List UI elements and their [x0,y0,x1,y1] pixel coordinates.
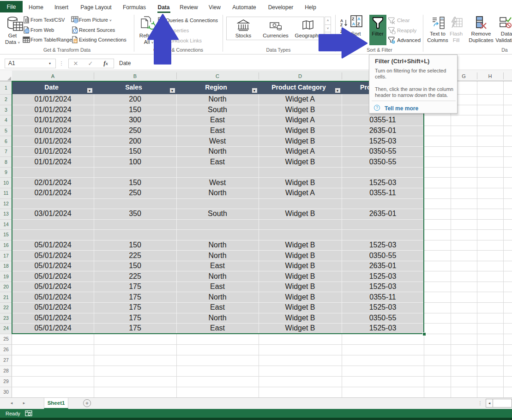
svg-text:Z: Z [357,22,360,26]
svg-text:Z: Z [340,29,343,34]
svg-text:Z: Z [352,17,355,21]
svg-text:A: A [357,17,361,21]
svg-text:A: A [352,22,355,26]
svg-text:Z: Z [340,23,343,27]
